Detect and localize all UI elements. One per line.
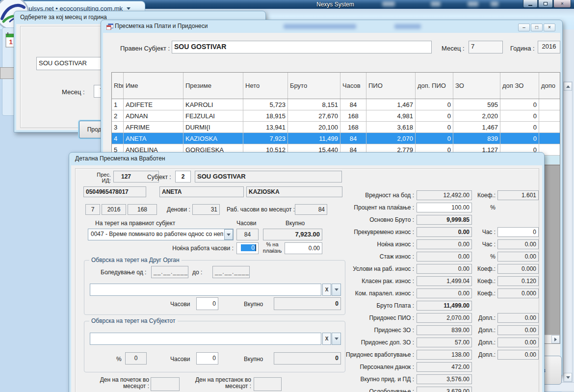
table-cell: AFRIME xyxy=(124,122,183,132)
minimize-button[interactable]: – xyxy=(518,24,530,31)
table-cell: 84 xyxy=(340,133,366,144)
work-type-combo[interactable]: 0047 - Време поминато во работен однос с… xyxy=(88,229,234,240)
table-cell: 18,915 xyxy=(243,110,288,121)
svg-text:1: 1 xyxy=(9,38,12,46)
start-day-field[interactable] xyxy=(151,377,180,391)
factor-label: Допл.: xyxy=(474,327,496,334)
tab-dropdown-icon[interactable] xyxy=(127,7,130,10)
year-field[interactable]: 2016 xyxy=(538,41,560,53)
table-row[interactable]: 4ANETAKAZIOSKA7,92311,499842,07008390 xyxy=(112,133,560,144)
table-cell: 1,467 xyxy=(453,122,500,132)
scroll-up-button[interactable] xyxy=(564,82,572,91)
other-org-dropdown-button[interactable] xyxy=(332,284,341,296)
month-field[interactable]: 7 xyxy=(469,41,503,53)
vertical-scrollbar[interactable] xyxy=(563,81,573,382)
clear-button[interactable]: X xyxy=(322,284,331,296)
detail-amount-row: Основно Бруто :9,999.85 xyxy=(340,215,540,225)
other-org-combo[interactable] xyxy=(90,284,321,296)
pct-label: % xyxy=(116,356,122,363)
month-field: 7 xyxy=(85,204,100,215)
restore-button[interactable] xyxy=(538,0,553,8)
field-label: Придонес ЗО : xyxy=(340,327,414,334)
close-button[interactable]: × xyxy=(544,24,555,31)
column-header[interactable]: допо xyxy=(539,73,560,99)
factor-field[interactable]: 0 xyxy=(497,227,539,237)
column-header[interactable]: Бруто xyxy=(288,73,340,99)
table-cell: 0 xyxy=(500,122,539,132)
other-org-hours-field[interactable]: 0 xyxy=(196,297,218,310)
field-label: Класен рак. износ : xyxy=(340,278,414,285)
field-label: Основно Бруто : xyxy=(340,216,414,223)
work-type-dropdown-button[interactable] xyxy=(224,229,233,240)
table-row[interactable]: 2ADNANFEJZULAI18,91527,6701684,98102,020… xyxy=(112,110,560,122)
amount-field: 0.00 xyxy=(417,239,472,249)
column-header[interactable]: Rbr xyxy=(112,73,124,99)
table-row[interactable]: 3AFRIMEDURMI{I13,94120,1001683,61801,467… xyxy=(112,122,560,133)
table-cell: 84 xyxy=(340,99,366,110)
amount-field[interactable]: 100.00 xyxy=(417,203,472,212)
subject-combo[interactable] xyxy=(90,333,321,345)
end-day-label: Ден на престанок во месецот : xyxy=(187,377,251,390)
column-header[interactable]: Име xyxy=(124,73,183,99)
table-cell: ANETA xyxy=(124,133,183,144)
table-cell: 839 xyxy=(453,133,500,144)
table-cell: 1 xyxy=(112,99,124,110)
field-label: Ослободување : xyxy=(340,388,414,392)
column-header[interactable]: Нето xyxy=(243,73,288,99)
glass-reflection xyxy=(491,1,498,6)
table-cell: 8,151 xyxy=(288,99,340,110)
dialog-month-label: Месец : xyxy=(62,88,85,96)
field-label: Ком. паралел. износ : xyxy=(340,290,414,297)
night-pct-field[interactable]: 0.00 xyxy=(285,242,322,254)
days-field: 31 xyxy=(192,204,220,215)
payroll-table: RbrИмеПрезимеНетоБрутоЧасовПИОдоп. ПИОЗО… xyxy=(112,73,560,165)
detail-amount-row: Придонес ПИО :2,070.00Допл.:0.00 xyxy=(340,313,540,323)
subject-dropdown-button[interactable] xyxy=(332,333,341,345)
clear-x-icon: X xyxy=(325,336,329,341)
column-header[interactable]: доп ЗО xyxy=(500,73,539,99)
subject-hours-field[interactable]: 0 xyxy=(196,352,218,365)
table-cell: KAPROLI xyxy=(183,99,243,110)
table-cell: 0 xyxy=(416,133,453,144)
column-header[interactable]: доп. ПИО xyxy=(416,73,453,99)
close-button[interactable]: × xyxy=(553,0,571,8)
work-hours-field: 84 xyxy=(295,204,327,215)
sick-from-field[interactable]: __.__.____ xyxy=(151,266,188,278)
table-cell: 4 xyxy=(112,133,124,144)
column-header[interactable]: Презиме xyxy=(183,73,243,99)
dropdown-arrow-icon xyxy=(335,288,339,291)
column-header[interactable]: Часов xyxy=(340,73,366,99)
detail-window: Детална Пресметка на Вработен Прес. ИД: … xyxy=(69,152,545,392)
amount-field: 0.00 xyxy=(417,264,472,274)
arrow-down-icon xyxy=(566,376,570,379)
glass-menu-bleed xyxy=(394,24,421,29)
dialog-subject-field[interactable]: SOU GOSTIVAR xyxy=(36,57,111,70)
maximize-button[interactable]: □ xyxy=(531,24,543,31)
grid-scroll-right-button[interactable] xyxy=(551,335,560,343)
table-row[interactable]: 1ADIFETEKAPROLI5,7238,151841,46705950 xyxy=(112,99,560,110)
scroll-down-button[interactable] xyxy=(564,373,572,382)
sick-to-field[interactable]: __.__.____ xyxy=(212,266,250,278)
legal-subject-field[interactable]: SOU GOSTIVAR xyxy=(172,41,432,53)
table-cell: 2,070 xyxy=(366,133,416,144)
amount-field: 0.00 xyxy=(417,227,472,237)
factor-field: 0.00 xyxy=(497,325,539,335)
column-header[interactable]: ПИО xyxy=(366,73,416,99)
detail-amount-row: Вкупно прид. и ПД :3,576.00 xyxy=(340,374,540,384)
subject-section-title: Обврска на терет на Субјектот xyxy=(89,317,178,324)
factor-field: 0.00 xyxy=(497,350,539,360)
factor-field: 0.00 xyxy=(497,313,539,323)
table-cell: 2 xyxy=(112,110,124,121)
factor-label: Коеф.: xyxy=(474,278,496,285)
table-cell: 2,020 xyxy=(453,110,500,121)
clear-button[interactable]: X xyxy=(322,333,331,345)
night-hours-label: Ноќна работа часови : xyxy=(164,245,234,252)
night-hours-input[interactable]: 0 xyxy=(236,242,259,254)
work-hours-label: Раб. часови во месецот : xyxy=(227,206,295,213)
subject-code-field[interactable]: 2 xyxy=(175,171,191,183)
table-cell xyxy=(539,133,560,144)
column-header[interactable]: ЗО xyxy=(453,73,500,99)
amount-field: 138.00 xyxy=(417,350,472,360)
end-day-field[interactable] xyxy=(254,377,282,391)
minimize-button[interactable] xyxy=(523,0,538,8)
